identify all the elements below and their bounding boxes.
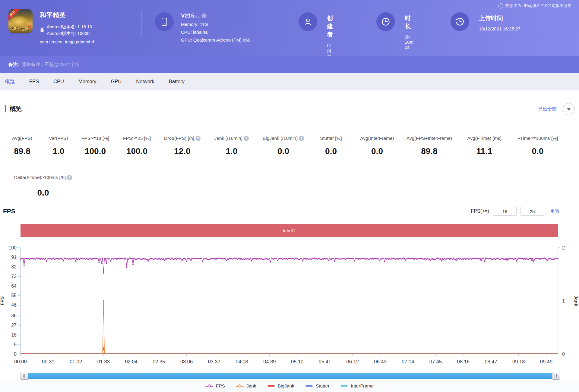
- svg-text:1: 1: [562, 298, 565, 303]
- legend-item-Stutter[interactable]: Stutter: [305, 383, 330, 389]
- metric-value: 1.0: [41, 146, 76, 156]
- metric-label: Avg(FPS): [12, 136, 32, 141]
- svg-text:55: 55: [11, 293, 17, 298]
- svg-text:0: 0: [14, 352, 17, 357]
- svg-text:2: 2: [562, 245, 565, 250]
- svg-text:09:18: 09:18: [512, 359, 525, 364]
- fps-section-head: FPS FPS(>=) 重置: [0, 207, 579, 218]
- upload-value: 18/12/2021 16:25:27: [479, 26, 557, 31]
- metric-value: 89.8: [401, 146, 457, 156]
- metric-value: 1.0: [206, 146, 258, 156]
- svg-text:46: 46: [11, 303, 17, 308]
- help-icon[interactable]: ?: [299, 136, 304, 141]
- metric-FPS>=18 [%]: FPS>=18 [%]100.0: [76, 135, 115, 156]
- tab-Memory[interactable]: Memory: [78, 79, 96, 84]
- metric-value: 0.0: [8, 188, 78, 198]
- svg-text:08:47: 08:47: [485, 359, 497, 364]
- export-all-link[interactable]: 导出全部: [538, 106, 557, 112]
- legend-label: BigJank: [278, 383, 294, 389]
- svg-text:06:43: 06:43: [374, 359, 386, 364]
- metric-Var(FPS): Var(FPS)1.0: [41, 135, 76, 156]
- phone-icon: [155, 12, 174, 31]
- overview-title: 概览: [10, 105, 22, 113]
- remark-input-placeholder[interactable]: 添加备注，不超过200个字符: [22, 62, 79, 67]
- svg-text:00:31: 00:31: [42, 359, 54, 364]
- legend-marker-icon: [267, 384, 275, 388]
- metrics-row: Avg(FPS)89.8Var(FPS)1.0FPS>=18 [%]100.0F…: [3, 135, 564, 156]
- svg-text:02:35: 02:35: [153, 359, 165, 364]
- svg-text:9: 9: [14, 342, 17, 347]
- tab-概览[interactable]: 概览: [5, 78, 15, 85]
- metric-value: 100.0: [115, 146, 159, 156]
- remark-bar[interactable]: 备注: 添加备注，不超过200个字符: [0, 56, 579, 73]
- svg-text:05:10: 05:10: [291, 359, 303, 364]
- metric-value: 0.0: [353, 146, 401, 156]
- tab-Network[interactable]: Network: [136, 79, 154, 84]
- app-package: com.tencent.tmgp.pubgmhd: [40, 39, 94, 44]
- metric-value: 0.0: [511, 146, 564, 156]
- chart-range-scrollbar[interactable]: [21, 372, 560, 380]
- metric-label: FPS>=25 [%]: [123, 136, 151, 141]
- header-divider: [141, 11, 141, 37]
- metric-label: Avg(FPS+InterFrame): [407, 136, 452, 141]
- help-icon[interactable]: ?: [195, 136, 201, 141]
- fps-line-chart-svg[interactable]: 1009182736455463627189021000:0000:3101:0…: [0, 243, 579, 371]
- legend-item-InterFrame[interactable]: InterFrame: [340, 383, 374, 389]
- legend-label: InterFrame: [351, 383, 374, 389]
- metric-label: Delta(FTime)>100ms [/h]: [14, 175, 66, 180]
- legend-item-BigJank[interactable]: BigJank: [267, 383, 294, 389]
- metric-FTime>=100ms [%]: FTime>=100ms [%]0.0: [511, 135, 564, 156]
- svg-text:Jank: Jank: [574, 296, 579, 306]
- device-cpu: CPU: lahaina: [181, 30, 290, 35]
- game-app-icon: 光子 和平之翼 ✕: [8, 9, 33, 33]
- legend-marker-icon: [205, 384, 213, 388]
- fps-threshold-input-1[interactable]: [493, 207, 517, 216]
- duration-value: 0h 10m 2s: [405, 34, 413, 50]
- metric-label: Drop(FPS) [/h]: [164, 136, 194, 141]
- collapse-button[interactable]: [563, 103, 575, 115]
- tab-FPS[interactable]: FPS: [29, 79, 39, 84]
- tab-CPU[interactable]: CPU: [53, 79, 64, 84]
- device-info-icon[interactable]: i: [201, 13, 207, 18]
- metric-label: Avg(FTime) [ms]: [467, 136, 501, 141]
- chart-legend: FPSJankBigJankStutterInterFrame: [0, 383, 579, 389]
- info-outline-icon: i: [498, 3, 503, 8]
- svg-text:0: 0: [562, 352, 565, 357]
- tab-bar: 概览FPSCPUMemoryGPUNetworkBattery: [0, 73, 579, 90]
- metric-Avg(InterFrame): Avg(InterFrame)0.0: [353, 135, 401, 156]
- metric-label: Stutter [%]: [320, 136, 342, 141]
- duration-label: 时长: [405, 14, 413, 30]
- grip-icon: [555, 374, 558, 378]
- metric-FPS>=25 [%]: FPS>=25 [%]100.0: [115, 135, 159, 156]
- svg-text:73: 73: [11, 274, 17, 279]
- svg-text:06:12: 06:12: [346, 359, 359, 364]
- svg-text:100: 100: [8, 245, 17, 250]
- report-header: 光子 和平之翼 ✕ 和平精英 Android版本名: 1.16.13 Andro…: [0, 0, 579, 56]
- reset-link[interactable]: 重置: [550, 208, 560, 215]
- chart-label-band: label1: [21, 224, 558, 237]
- overview-section-head: 概览 导出全部: [0, 102, 579, 116]
- scrollbar-right-handle[interactable]: [552, 372, 560, 380]
- band-label: label1: [283, 228, 295, 234]
- svg-text:07:45: 07:45: [429, 359, 442, 364]
- fps-chart[interactable]: 1009182736455463627189021000:0000:3101:0…: [0, 243, 579, 371]
- help-icon[interactable]: ?: [67, 175, 72, 180]
- tab-GPU[interactable]: GPU: [111, 79, 122, 84]
- scrollbar-track[interactable]: [24, 373, 556, 379]
- svg-text:18: 18: [11, 332, 17, 337]
- help-icon[interactable]: ?: [244, 136, 249, 141]
- fps-section-title: FPS: [3, 208, 15, 215]
- history-clock-icon: [451, 12, 469, 31]
- tab-Battery[interactable]: Battery: [169, 79, 185, 84]
- svg-text:05:41: 05:41: [319, 359, 331, 364]
- legend-marker-icon: [340, 384, 348, 388]
- collector-note: i 数据由PerfDog(6.0.210910)版本收集: [498, 3, 572, 8]
- legend-item-FPS[interactable]: FPS: [205, 383, 225, 389]
- scrollbar-left-handle[interactable]: [21, 372, 28, 380]
- fps-threshold-input-2[interactable]: [520, 207, 544, 216]
- legend-item-Jank[interactable]: Jank: [236, 383, 256, 389]
- metric-value: 0.0: [309, 146, 353, 156]
- device-name: V215...: [181, 12, 199, 19]
- legend-label: Stutter: [316, 383, 330, 389]
- legend-marker-icon: [236, 384, 244, 388]
